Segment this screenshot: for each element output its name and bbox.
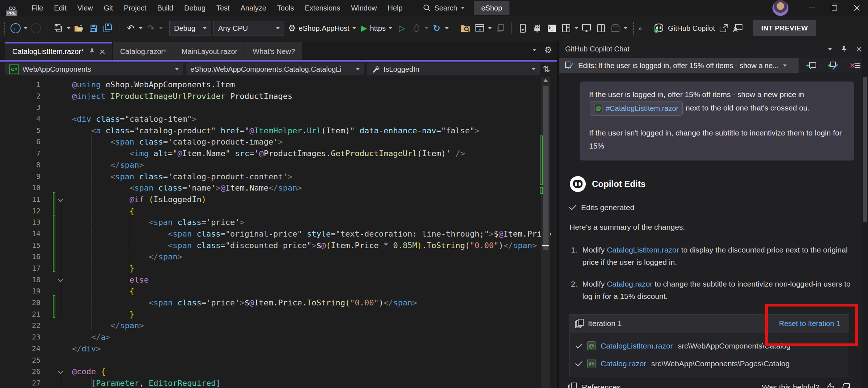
type-dropdown[interactable]: eShop.WebAppComponents.Catalog.CatalogLi — [186, 63, 364, 75]
editor-tab[interactable]: What's New? — [245, 42, 302, 60]
navigate-forward-button[interactable]: → — [30, 21, 42, 36]
toolbar-overflow-button[interactable]: ›› — [638, 25, 641, 32]
reset-to-iteration-link[interactable]: Reset to Iteration 1 — [779, 320, 840, 327]
share-button[interactable] — [717, 21, 729, 36]
references-label[interactable]: References — [582, 383, 621, 388]
scrollbar-thumb[interactable] — [543, 86, 549, 250]
close-button[interactable] — [846, 0, 868, 16]
editor-tab[interactable]: MainLayout.razor — [174, 42, 245, 60]
file-link[interactable]: CatalogListItem.razor — [607, 246, 679, 254]
hot-reload-button[interactable] — [410, 21, 423, 36]
user-avatar[interactable] — [772, 0, 788, 16]
document-outline-button[interactable] — [560, 21, 572, 36]
startup-project-dropdown[interactable]: ⚙ eShop.AppHost — [287, 24, 357, 33]
code-line[interactable]: 4<div class="catalog-item"> — [0, 113, 541, 125]
fold-chevron-icon[interactable] — [58, 369, 63, 374]
panel-scrollbar[interactable] — [862, 41, 868, 388]
code-line[interactable]: 9 <span class='catalog-product-content'> — [0, 171, 541, 183]
toolbar-drag-handle[interactable] — [632, 22, 635, 35]
panel-menu-caret-icon[interactable] — [828, 48, 832, 50]
code-line[interactable]: 10 <span class='name'>@Item.Name</span> — [0, 182, 541, 194]
window-layout-button[interactable] — [474, 21, 486, 36]
device-caret-icon[interactable] — [575, 27, 578, 29]
int-preview-badge[interactable]: INT PREVIEW — [753, 20, 816, 36]
menu-item-edit[interactable]: Edit — [48, 0, 72, 16]
menu-item-analyze[interactable]: Analyze — [235, 0, 272, 16]
code-line[interactable]: 6 <span class='catalog-product-image'> — [0, 136, 541, 148]
clear-chat-button[interactable]: ✕ — [846, 58, 864, 73]
code-line[interactable]: 20 <span class='price'>$@Item.Price.ToSt… — [0, 297, 541, 309]
code-line[interactable]: 23 </a> — [0, 331, 541, 343]
window-layout-caret-icon[interactable] — [488, 27, 492, 29]
new-project-button[interactable] — [52, 21, 65, 36]
hot-reload-caret-icon[interactable] — [425, 27, 428, 29]
file-link[interactable]: Catalog.razor — [607, 280, 652, 288]
platform-dropdown[interactable]: Any CPU — [213, 21, 284, 36]
tablet-preview-button[interactable] — [595, 21, 607, 36]
member-dropdown[interactable]: IsLoggedIn — [367, 63, 540, 75]
code-line[interactable]: 7 <img alt="@Item.Name" src='@ProductIma… — [0, 148, 541, 159]
save-all-button[interactable] — [102, 21, 114, 36]
menu-item-tools[interactable]: Tools — [272, 0, 300, 16]
code-line[interactable]: 12 { — [0, 205, 541, 217]
editor-tab[interactable]: CatalogListItem.razor* — [5, 42, 112, 60]
scrollbar-up-arrow-icon[interactable] — [543, 79, 548, 82]
panel-close-icon[interactable] — [856, 47, 861, 52]
edited-file-row[interactable]: @Catalog.razorsrc\WebApp\Components\Page… — [570, 353, 849, 371]
code-line[interactable]: 17 } — [0, 263, 541, 274]
code-line[interactable]: 8 </span> — [0, 159, 541, 171]
edited-file-link[interactable]: Catalog.razor — [601, 359, 646, 368]
restore-button[interactable] — [823, 0, 846, 16]
desktop-preview-button[interactable] — [580, 21, 593, 36]
tab-overflow-caret-icon[interactable] — [533, 49, 536, 51]
code-line[interactable]: 18 else — [0, 274, 541, 286]
menu-item-project[interactable]: Project — [118, 0, 152, 16]
fold-chevron-icon[interactable] — [58, 277, 63, 282]
code-line[interactable]: 24</div> — [0, 343, 541, 355]
tab-close-icon[interactable] — [100, 49, 105, 54]
back-caret-icon[interactable] — [24, 27, 27, 29]
fold-chevron-icon[interactable] — [58, 197, 63, 202]
device-portrait-button[interactable] — [517, 21, 529, 36]
pin-icon[interactable] — [841, 46, 848, 53]
split-editor-icon[interactable]: ⇅ — [543, 64, 552, 74]
code-line[interactable]: 25 — [0, 355, 541, 366]
copy-layout-button[interactable] — [494, 21, 506, 36]
code-line[interactable]: 19 { — [0, 285, 541, 297]
redo-button[interactable]: ↷ — [145, 21, 157, 36]
new-project-caret-icon[interactable] — [67, 27, 71, 29]
code-line[interactable]: 5 <a class="catalog-product" href="@Item… — [0, 125, 541, 137]
code-editor[interactable]: 1@using eShop.WebAppComponents.Item2@inj… — [0, 77, 557, 388]
redo-caret-icon[interactable] — [159, 27, 163, 29]
menu-item-window[interactable]: Window — [346, 0, 382, 16]
navigate-back-button[interactable]: ← — [9, 21, 22, 36]
restart-button[interactable]: ↻ — [431, 21, 443, 36]
terminal-button[interactable] — [546, 21, 558, 36]
save-button[interactable] — [87, 21, 99, 36]
code-line[interactable]: 11 @if (IsLoggedIn) — [0, 194, 541, 205]
menu-item-debug[interactable]: Debug — [179, 0, 211, 16]
menu-item-view[interactable]: View — [72, 0, 98, 16]
code-line[interactable]: 15 <span class="discounted-price">$@(Ite… — [0, 240, 541, 251]
new-chat-button[interactable]: + — [802, 58, 821, 73]
uwp-package-button[interactable] — [609, 21, 622, 36]
feedback-button[interactable] — [732, 21, 744, 36]
code-line[interactable]: 16 </span> — [0, 251, 541, 263]
document-settings-gear-icon[interactable]: ⚙ — [544, 46, 552, 54]
run-button[interactable]: ▶ https — [360, 24, 394, 33]
pin-icon[interactable] — [89, 47, 95, 56]
menu-item-test[interactable]: Test — [211, 0, 235, 16]
copilot-status-button[interactable]: GitHub Copilot — [653, 23, 715, 33]
edited-file-link[interactable]: CatalogListItem.razor — [601, 342, 673, 350]
solution-button[interactable]: eShop — [474, 1, 509, 15]
editor-tab[interactable]: Catalog.razor* — [113, 42, 174, 60]
thumbs-up-icon[interactable] — [825, 382, 835, 388]
restart-caret-icon[interactable] — [445, 27, 449, 29]
undo-button[interactable]: ↶ — [124, 21, 137, 36]
thumbs-down-icon[interactable] — [841, 382, 851, 388]
chat-thread-dropdown[interactable]: Edits: If the user is logged in, offer 1… — [559, 58, 799, 73]
code-line[interactable]: 13 <span class='price'> — [0, 217, 541, 228]
code-line[interactable]: 1@using eShop.WebAppComponents.Item — [0, 79, 541, 91]
code-line[interactable]: 14 <span class="original-price" style="t… — [0, 228, 541, 240]
file-reference-chip[interactable]: @#CatalogListItem.razor — [590, 101, 683, 116]
